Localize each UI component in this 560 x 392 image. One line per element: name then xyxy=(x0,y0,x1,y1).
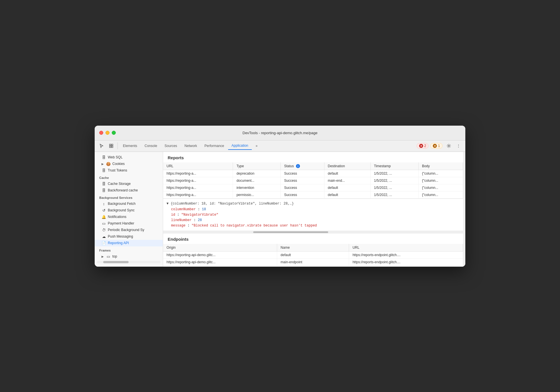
warning-count-button[interactable]: ✕ 1 xyxy=(430,143,443,149)
sidebar-item-push-messaging[interactable]: ☁ Push Messaging xyxy=(95,233,163,240)
devtools-toolbar: Elements Console Sources Network Perform… xyxy=(95,140,465,152)
reports-title: Reports xyxy=(163,152,463,162)
sidebar-item-top[interactable]: ▶ ▭ top xyxy=(95,253,163,260)
sidebar-item-web-sql[interactable]: 🗄 Web SQL xyxy=(95,154,163,161)
horizontal-scroll-bar[interactable] xyxy=(163,231,463,233)
cell-origin: https://reporting-api-demo.glitc... xyxy=(163,252,277,259)
cache-section-header: Cache xyxy=(95,174,163,181)
sidebar-item-label: Periodic Background Sy xyxy=(108,228,144,232)
cell-body: {"column... xyxy=(418,184,463,191)
reports-table: URL Type Status i Destination Timestamp … xyxy=(163,162,463,199)
toolbar-divider-1 xyxy=(117,142,118,149)
col-type: Type xyxy=(233,162,281,170)
vertical-scrollbar[interactable] xyxy=(463,152,465,267)
code-block: ▼ {columnNumber: 18, id: "NavigatorVibra… xyxy=(163,199,463,231)
svg-point-4 xyxy=(448,145,450,147)
table-row[interactable]: https://reporting-a... document... Succe… xyxy=(163,177,463,184)
reports-table-header: URL Type Status i Destination Timestamp … xyxy=(163,162,463,170)
window-title: DevTools - reporting-api-demo.glitch.me/… xyxy=(242,131,317,135)
sidebar-scrollbar-thumb xyxy=(103,261,129,263)
back-forward-icon: 🗄 xyxy=(102,188,106,193)
sidebar-item-background-sync[interactable]: ↺ Background Sync xyxy=(95,207,163,214)
cell-status: Success xyxy=(281,170,324,177)
col-status: Status i xyxy=(281,162,324,170)
cell-type: permissio... xyxy=(233,191,281,199)
payment-icon: ▭ xyxy=(102,221,106,226)
panel-scroll-content[interactable]: Reports URL Type Status i xyxy=(163,152,463,267)
warning-count: 1 xyxy=(438,144,440,148)
endpoints-table: Origin Name URL https://reporting-api-de… xyxy=(163,244,463,266)
sidebar-item-periodic-background-sync[interactable]: ⏱ Periodic Background Sy xyxy=(95,227,163,233)
table-row[interactable]: https://reporting-api-demo.glitc... defa… xyxy=(163,252,463,259)
code-summary-line: ▼ {columnNumber: 18, id: "NavigatorVibra… xyxy=(167,201,460,207)
sidebar-item-label: Background Sync xyxy=(108,208,135,212)
more-options-button[interactable]: ⋮ xyxy=(454,142,463,150)
sidebar-item-payment-handler[interactable]: ▭ Payment Handler xyxy=(95,220,163,227)
cell-status: Success xyxy=(281,177,324,184)
cache-storage-icon: 🗄 xyxy=(102,182,106,186)
cursor-tool-button[interactable] xyxy=(97,142,106,150)
error-count: 2 xyxy=(424,144,426,148)
tab-sources[interactable]: Sources xyxy=(161,142,180,150)
svg-rect-3 xyxy=(111,146,113,148)
sidebar-item-label: Back/forward cache xyxy=(108,188,138,192)
cell-status: Success xyxy=(281,191,324,199)
sidebar-item-label: Web SQL xyxy=(108,155,123,159)
more-tabs-button[interactable]: » xyxy=(252,142,261,150)
table-row[interactable]: https://reporting-api-demo.glitc... main… xyxy=(163,259,463,266)
periodic-bg-sync-icon: ⏱ xyxy=(102,228,106,232)
status-info-icon[interactable]: i xyxy=(296,164,300,168)
background-services-section-header: Background Services xyxy=(95,194,163,201)
cell-destination: main-end... xyxy=(324,177,370,184)
tab-elements[interactable]: Elements xyxy=(119,142,141,150)
sidebar-item-label: Cache Storage xyxy=(108,182,131,186)
sidebar: 🗄 Web SQL ▶ 🍪 Cookies 🗄 Trust Tokens Cac… xyxy=(95,152,163,267)
svg-rect-2 xyxy=(109,146,111,148)
cell-url: https://reporting-a... xyxy=(163,170,233,177)
sidebar-item-label: Notifications xyxy=(108,215,126,219)
frames-section-header: Frames xyxy=(95,246,163,253)
bg-fetch-icon: ↕ xyxy=(102,202,106,206)
col-url: URL xyxy=(349,244,463,252)
push-messaging-icon: ☁ xyxy=(102,234,106,239)
tab-console[interactable]: Console xyxy=(141,142,161,150)
gear-icon xyxy=(447,144,451,148)
main-panel: Reports URL Type Status i xyxy=(163,152,465,267)
sidebar-item-trust-tokens[interactable]: 🗄 Trust Tokens xyxy=(95,167,163,174)
sidebar-scrollbar[interactable] xyxy=(97,261,161,263)
inspect-button[interactable] xyxy=(107,142,116,150)
sidebar-item-label: top xyxy=(112,254,117,258)
col-url: URL xyxy=(163,162,233,170)
settings-button[interactable] xyxy=(444,142,453,150)
tab-application[interactable]: Application xyxy=(228,142,252,150)
tab-performance[interactable]: Performance xyxy=(201,142,228,150)
sidebar-item-label: Cookies xyxy=(112,162,125,166)
col-name: Name xyxy=(277,244,349,252)
top-expand-icon: ▶ xyxy=(102,255,104,258)
reports-table-body: https://reporting-a... deprecation Succe… xyxy=(163,170,463,199)
sidebar-item-reporting-api[interactable]: 📄 Reporting API xyxy=(95,240,163,246)
minimize-button[interactable] xyxy=(105,131,109,135)
table-row[interactable]: https://reporting-a... intervention Succ… xyxy=(163,184,463,191)
cell-type: deprecation xyxy=(233,170,281,177)
sidebar-item-background-fetch[interactable]: ↕ Background Fetch xyxy=(95,201,163,207)
table-row[interactable]: https://reporting-a... permissio... Succ… xyxy=(163,191,463,199)
expand-arrow-icon: ▶ xyxy=(102,162,104,166)
cell-status: Success xyxy=(281,184,324,191)
cell-body: {"column... xyxy=(418,170,463,177)
sidebar-item-back-forward-cache[interactable]: 🗄 Back/forward cache xyxy=(95,187,163,194)
error-count-button[interactable]: ✕ 2 xyxy=(417,143,429,149)
fullscreen-button[interactable] xyxy=(112,131,116,135)
sidebar-item-label: Trust Tokens xyxy=(108,168,127,172)
sidebar-item-cache-storage[interactable]: 🗄 Cache Storage xyxy=(95,181,163,187)
sidebar-item-label: Reporting API xyxy=(108,241,129,245)
sidebar-item-cookies[interactable]: ▶ 🍪 Cookies xyxy=(95,161,163,167)
tab-network[interactable]: Network xyxy=(181,142,200,150)
svg-rect-1 xyxy=(111,144,113,146)
cell-body: {"column... xyxy=(418,177,463,184)
close-button[interactable] xyxy=(99,131,103,135)
sidebar-item-notifications[interactable]: 🔔 Notifications xyxy=(95,214,163,220)
cell-url: https://reporting-a... xyxy=(163,184,233,191)
titlebar: DevTools - reporting-api-demo.glitch.me/… xyxy=(95,126,465,140)
table-row[interactable]: https://reporting-a... deprecation Succe… xyxy=(163,170,463,177)
